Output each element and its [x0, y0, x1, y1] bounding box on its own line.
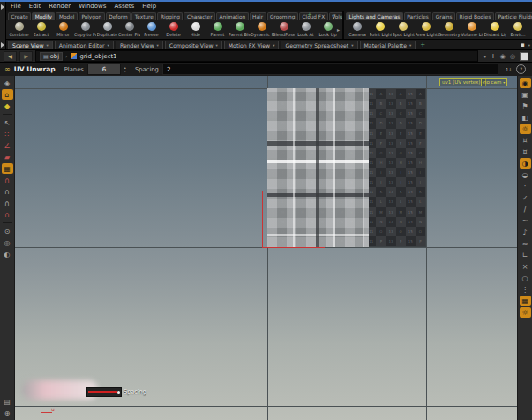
texture-shelf-tab[interactable]: Texture — [131, 12, 156, 20]
select-tool-icon[interactable]: ↖ — [2, 117, 13, 128]
animation-editor-pane-tab[interactable]: Animation Editor ▾ — [55, 41, 114, 50]
animation-shelf-tab[interactable]: Animation — [216, 12, 249, 20]
freeze-tool[interactable]: Freeze — [140, 22, 162, 37]
file-menu[interactable]: File — [11, 3, 21, 10]
pane-tab-caret-icon[interactable]: ▾ — [273, 43, 274, 48]
area-light-tool[interactable]: Area Light — [415, 22, 438, 37]
pane-menu-caret-icon[interactable]: ▾ — [528, 43, 530, 48]
envir-tool[interactable]: Envir... — [506, 22, 529, 37]
polygon-shelf-tab[interactable]: Polygon — [79, 12, 105, 20]
shelf-overflow-arrow-icon[interactable]: ▸ — [337, 26, 340, 33]
windows-menu[interactable]: Windows — [79, 3, 106, 10]
pin-icon[interactable]: ✛ — [491, 53, 496, 60]
path-dropdown-icon[interactable]: ▾ — [483, 54, 486, 59]
pane-tab-caret-icon[interactable]: ▾ — [216, 43, 218, 48]
lighting-icon[interactable]: ☼ — [520, 124, 531, 134]
grid-overlay-icon[interactable]: ▦ — [520, 296, 531, 306]
grains-shelf-tab[interactable]: Grains — [432, 12, 455, 20]
pane-tab-caret-icon[interactable]: ▾ — [47, 43, 49, 48]
view-tool-icon[interactable]: ◈ — [2, 78, 13, 88]
uv-viewport-canvas[interactable]: 1A3A5A7A9A11A13A15A1B3B5B7B9B11B13B15B1C… — [15, 76, 517, 420]
set-view-icon[interactable]: ⚑ — [520, 101, 531, 111]
camera-selector[interactable]: no cam ▾ — [481, 78, 507, 86]
volume-light-tool[interactable]: Volume Light — [461, 22, 483, 37]
prims-mode-icon[interactable]: ▰ — [2, 152, 13, 162]
view-pane-icon[interactable]: ◐ — [2, 249, 13, 259]
model-shelf-tab[interactable]: Model — [56, 12, 77, 20]
cut-icon[interactable]: × — [520, 261, 531, 272]
scene-view-pane-tab[interactable]: Scene View ▾ — [8, 41, 53, 50]
parent-blend-tool[interactable]: Parent Blend — [229, 22, 251, 37]
circle-display-icon[interactable]: ○ — [520, 273, 531, 283]
help-menu[interactable]: Help — [142, 3, 156, 10]
particle-fluids-shelf-tab[interactable]: Particle Fluids — [495, 12, 532, 20]
path-breadcrumb-field[interactable]: ▤ obj › grid_object1 — [35, 50, 478, 62]
measure-icon[interactable]: ∟ — [520, 250, 531, 260]
breadcrumb-node[interactable]: grid_object1 — [70, 52, 116, 60]
render-menu[interactable]: Render — [49, 3, 71, 10]
create-shelf-tab[interactable]: Create — [8, 12, 31, 20]
points-display-icon[interactable]: · — [520, 181, 531, 191]
geometry-l-tool[interactable]: Geometry L... — [438, 22, 461, 37]
lock-camera-icon[interactable]: ▣ — [520, 89, 531, 100]
add-pane-tab-button[interactable]: + — [420, 41, 425, 49]
dots-display-icon[interactable]: ⋮ — [520, 284, 531, 295]
modify-shelf-tab[interactable]: Modify — [32, 12, 55, 20]
material-shading-icon[interactable]: ◒ — [520, 169, 531, 180]
profile-curve-icon[interactable]: ~ — [520, 215, 531, 226]
uv-mode-icon[interactable]: ▦ — [2, 163, 13, 174]
curve-display-icon[interactable]: ≈ — [520, 238, 531, 249]
dynamic-pa-tool[interactable]: Dynamic Pa... — [251, 22, 273, 37]
material-palette-pane-tab[interactable]: Material Palette ▾ — [360, 41, 416, 50]
extract-tool[interactable]: Extract — [30, 22, 52, 37]
rigid-bodies-shelf-tab[interactable]: Rigid Bodies — [456, 12, 494, 20]
maximize-pane-icon[interactable]: ▪ — [521, 41, 525, 49]
radial-menu-icon[interactable]: ◉ — [500, 53, 506, 60]
vertex-display-icon[interactable]: ✓ — [520, 192, 531, 203]
flipbook-icon[interactable]: ▤ — [2, 396, 13, 407]
history-back-button[interactable]: ◀ — [4, 51, 17, 62]
splitter-arrow-icon[interactable] — [1, 42, 4, 48]
splitter-arrow-icon[interactable] — [1, 4, 4, 10]
combine-tool[interactable]: Combine — [8, 22, 30, 37]
camera-tool[interactable]: Camera — [346, 22, 369, 37]
construction-plane-icon[interactable]: ⊙ — [2, 226, 13, 236]
audio-icon[interactable]: ♪ — [520, 227, 531, 237]
floating-panel-icon[interactable] — [520, 52, 528, 61]
hair-shelf-tab[interactable]: Hair — [250, 12, 266, 20]
snapshot-icon[interactable]: ⊕ — [2, 408, 13, 418]
cloud-fx-shelf-tab[interactable]: Cloud FX — [299, 12, 328, 20]
copy-to-poi-tool[interactable]: Copy to Poi... — [74, 22, 96, 37]
parameter-sort-icon[interactable]: 1↓ — [506, 67, 512, 72]
center-pivot-tool[interactable]: Center Pivot — [118, 22, 140, 37]
particles-shelf-tab[interactable]: Particles — [404, 12, 431, 20]
pane-tab-caret-icon[interactable]: ▾ — [157, 43, 159, 48]
camera-icon[interactable]: ◉ — [520, 78, 531, 88]
light-normal-icon[interactable]: ¤ — [520, 146, 531, 157]
planes-stepper[interactable]: ▴ ▾ — [124, 66, 126, 72]
shelf-menu-caret-icon[interactable]: ▾ — [333, 12, 339, 18]
snap-multi-icon[interactable]: ∩ — [2, 209, 13, 220]
breadcrumb-obj[interactable]: ▤ obj — [40, 52, 63, 61]
hide-tool[interactable]: Hide — [184, 22, 206, 37]
marker-pen-icon[interactable]: / — [520, 204, 531, 214]
look-up-tool[interactable]: Look Up — [317, 22, 339, 37]
assets-menu[interactable]: Assets — [114, 3, 134, 10]
pane-tab-caret-icon[interactable]: ▾ — [351, 43, 353, 48]
uv-attribute-selector[interactable]: uv1 (UV vertex) ▾ — [439, 78, 486, 86]
motion-fx-view-pane-tab[interactable]: Motion FX View ▾ — [224, 41, 280, 50]
reference-plane-icon[interactable]: ◎ — [2, 237, 13, 248]
secure-selection-icon[interactable]: ◆ — [2, 101, 13, 111]
light-headlamp-icon[interactable]: ¤ — [520, 135, 531, 146]
handles-tool-icon[interactable]: ⌂ — [2, 89, 13, 100]
stepper-down-icon[interactable]: ▾ — [124, 70, 126, 73]
view-copy-icon[interactable]: ◧ — [520, 112, 531, 123]
character-shelf-tab[interactable]: Character — [184, 12, 215, 20]
add-shelf-tab-button[interactable]: + — [307, 11, 312, 19]
look-at-tool[interactable]: Look At — [295, 22, 317, 37]
slider-knob[interactable] — [117, 391, 120, 394]
composite-view-pane-tab[interactable]: Composite View ▾ — [165, 41, 222, 50]
grooming-shelf-tab[interactable]: Grooming — [267, 12, 298, 20]
delete-tool[interactable]: Delete — [162, 22, 184, 37]
spacing-hud-slider[interactable] — [86, 387, 122, 397]
